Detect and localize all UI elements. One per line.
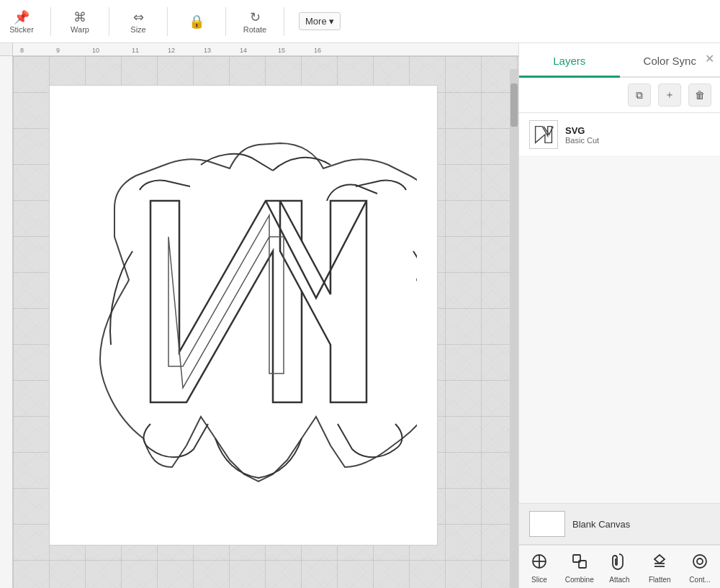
delete-layer-button[interactable]: 🗑	[688, 83, 711, 107]
svg-point-7	[693, 555, 706, 568]
flatten-button[interactable]: Flatten	[642, 553, 678, 584]
ruler-tick-15: 15	[278, 47, 285, 54]
sticker-label: Sticker	[9, 25, 34, 34]
contour-button[interactable]: Cont...	[682, 553, 718, 584]
lock-tool[interactable]: 🔒	[182, 14, 211, 30]
contour-label: Cont...	[689, 576, 710, 584]
bottom-actions: Slice Combine Attach	[519, 545, 720, 588]
right-panel: Layers Color Sync ✕ ⧉ ＋ 🗑	[518, 43, 720, 588]
scrollbar-thumb[interactable]	[510, 83, 518, 127]
add-layer-icon: ＋	[665, 89, 675, 101]
toolbar-sep-2	[109, 7, 109, 36]
layer-type: Basic Cut	[565, 136, 710, 145]
scrollbar-vertical[interactable]	[510, 69, 518, 588]
canvas-area[interactable]: 8 9 10 11 12 13 14 15 16	[0, 43, 518, 588]
size-icon: ⇔	[133, 9, 144, 25]
flatten-icon	[651, 553, 668, 574]
combine-label: Combine	[565, 576, 594, 584]
attach-icon	[611, 553, 628, 574]
ruler-tick-11: 11	[132, 47, 139, 54]
attach-label: Attach	[609, 576, 629, 584]
warp-label: Warp	[71, 25, 89, 34]
add-layer-button[interactable]: ＋	[658, 83, 681, 107]
close-panel-button[interactable]: ✕	[705, 52, 714, 65]
more-label: More	[305, 16, 327, 27]
toolbar-sep-3	[167, 7, 168, 36]
ruler-horizontal: 8 9 10 11 12 13 14 15 16	[13, 43, 518, 56]
slice-icon	[531, 553, 548, 574]
panel-tabs: Layers Color Sync ✕	[519, 43, 720, 78]
more-arrow: ▾	[329, 16, 334, 27]
blank-canvas-label: Blank Canvas	[572, 519, 630, 530]
size-tool[interactable]: ⇔ Size	[124, 9, 153, 34]
more-button[interactable]: More ▾	[299, 12, 341, 30]
ruler-tick-14: 14	[240, 47, 247, 54]
rotate-label: Rotate	[243, 25, 266, 34]
blank-canvas-item[interactable]: Blank Canvas	[519, 503, 720, 545]
tab-layers[interactable]: Layers	[519, 43, 620, 78]
layer-info: SVG Basic Cut	[565, 125, 710, 145]
ruler-tick-13: 13	[204, 47, 211, 54]
warp-tool[interactable]: ⌘ Warp	[66, 9, 94, 34]
slice-button[interactable]: Slice	[521, 553, 557, 584]
copy-layer-icon: ⧉	[636, 89, 643, 101]
grid-canvas[interactable]	[13, 56, 518, 588]
sticker-icon: 📌	[14, 9, 30, 25]
contour-icon	[691, 553, 708, 574]
toolbar-sep-5	[284, 7, 284, 36]
size-label: Size	[130, 25, 145, 34]
layer-thumbnail	[529, 120, 558, 149]
ruler-tick-9: 9	[56, 47, 60, 54]
toolbar: 📌 Sticker ⌘ Warp ⇔ Size 🔒 ↻ Rotate More …	[0, 0, 720, 43]
ruler-vertical	[0, 43, 13, 588]
ny-logo-svg	[57, 93, 417, 496]
svg-point-8	[697, 558, 703, 564]
layer-name: SVG	[565, 125, 710, 136]
sticker-tool[interactable]: 📌 Sticker	[7, 9, 36, 34]
copy-layer-button[interactable]: ⧉	[628, 83, 651, 107]
slice-label: Slice	[531, 576, 547, 584]
toolbar-sep-1	[50, 7, 51, 36]
panel-icons-row: ⧉ ＋ 🗑	[519, 78, 720, 113]
ruler-tick-16: 16	[314, 47, 321, 54]
main-area: 8 9 10 11 12 13 14 15 16	[0, 43, 720, 588]
rotate-tool[interactable]: ↻ Rotate	[240, 9, 269, 34]
blank-canvas-thumbnail	[529, 511, 565, 537]
attach-button[interactable]: Attach	[601, 553, 637, 584]
panel-spacer	[519, 157, 720, 503]
combine-button[interactable]: Combine	[562, 553, 598, 584]
combine-icon	[571, 553, 588, 574]
ruler-tick-8: 8	[20, 47, 24, 54]
toolbar-sep-4	[225, 7, 226, 36]
ruler-tick-10: 10	[92, 47, 99, 54]
layer-item-svg[interactable]: SVG Basic Cut	[519, 113, 720, 157]
flatten-label: Flatten	[649, 576, 671, 584]
delete-layer-icon: 🗑	[695, 89, 705, 101]
canvas-mat	[49, 85, 438, 546]
lock-icon: 🔒	[189, 14, 204, 30]
rotate-icon: ↻	[250, 9, 261, 25]
ruler-tick-12: 12	[168, 47, 175, 54]
warp-icon: ⌘	[73, 9, 86, 25]
ruler-corner	[0, 43, 13, 56]
